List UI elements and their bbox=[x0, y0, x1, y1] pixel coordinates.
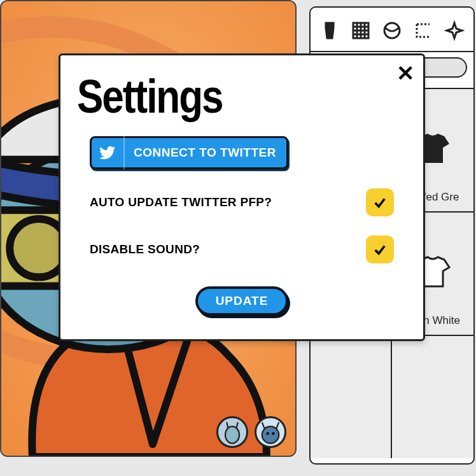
auto-pfp-checkbox[interactable] bbox=[366, 188, 394, 216]
avatar-thumb-1[interactable] bbox=[216, 416, 248, 448]
check-icon bbox=[373, 195, 387, 209]
settings-modal: ✕ Settings CONNECT TO TWITTER AUTO UPDAT… bbox=[59, 53, 425, 341]
svg-point-6 bbox=[225, 426, 239, 443]
connect-twitter-button[interactable]: CONNECT TO TWITTER bbox=[90, 136, 288, 169]
category-tabs bbox=[311, 8, 473, 51]
tab-frame-icon[interactable] bbox=[412, 19, 435, 42]
tab-ball-icon[interactable] bbox=[381, 19, 403, 42]
modal-title: Settings bbox=[77, 69, 407, 123]
svg-point-9 bbox=[272, 432, 274, 435]
tab-sparkle-icon[interactable] bbox=[444, 19, 466, 42]
auto-pfp-label: AUTO UPDATE TWITTER PFP? bbox=[90, 195, 272, 209]
check-icon bbox=[373, 242, 387, 256]
item-cell[interactable] bbox=[392, 335, 473, 458]
update-button[interactable]: UPDATE bbox=[195, 286, 289, 316]
disable-sound-label: DISABLE SOUND? bbox=[90, 242, 200, 256]
disable-sound-checkbox[interactable] bbox=[366, 235, 394, 263]
twitter-icon bbox=[92, 136, 125, 169]
tab-pants-icon[interactable] bbox=[318, 19, 340, 42]
avatar-thumb-2[interactable] bbox=[255, 416, 286, 448]
avatar-thumbnails bbox=[216, 416, 286, 448]
item-cell[interactable] bbox=[311, 335, 392, 458]
svg-point-8 bbox=[266, 432, 269, 435]
connect-twitter-label: CONNECT TO TWITTER bbox=[125, 146, 276, 160]
tab-pattern-icon[interactable] bbox=[349, 19, 372, 42]
